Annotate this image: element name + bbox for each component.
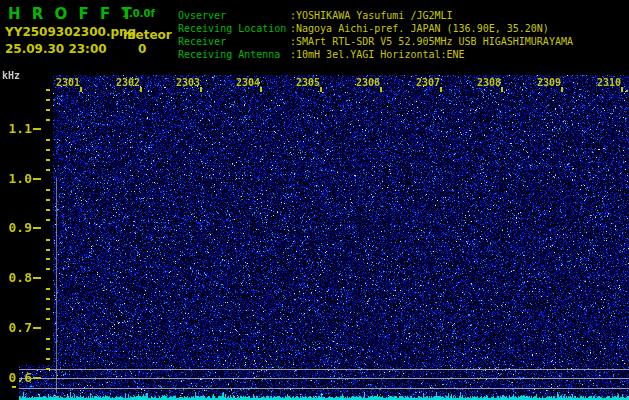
time-tick-label: 2310 bbox=[597, 78, 621, 88]
station-row-antenna: Receiving Antenna:10mH 3el.YAGI Horizont… bbox=[178, 48, 573, 61]
freq-tick-label: 0.7 bbox=[0, 322, 32, 334]
freq-minor-tick bbox=[46, 268, 50, 270]
time-tick-mark bbox=[440, 87, 442, 92]
freq-minor-tick bbox=[46, 318, 50, 320]
trailing-dot-mark bbox=[626, 90, 628, 92]
time-tick-label: 2302 bbox=[116, 78, 140, 88]
freq-major-tick bbox=[33, 178, 41, 180]
freq-minor-tick bbox=[46, 358, 50, 360]
freq-major-tick bbox=[33, 377, 41, 379]
mode-label: meteor bbox=[123, 28, 172, 42]
freq-minor-tick bbox=[46, 239, 50, 241]
freq-minor-tick bbox=[46, 109, 50, 111]
app-title: H R O F F T bbox=[8, 5, 133, 23]
freq-major-tick bbox=[33, 128, 41, 130]
time-tick-label: 2303 bbox=[176, 78, 200, 88]
freq-minor-tick bbox=[46, 209, 50, 211]
station-label: Receiving Location bbox=[178, 22, 290, 35]
freq-minor-tick bbox=[46, 338, 50, 340]
time-tick-label: 2304 bbox=[236, 78, 260, 88]
station-row-receiver: Receiver:SMArt RTL-SDR V5 52.905MHz USB … bbox=[178, 35, 573, 48]
freq-minor-tick bbox=[46, 199, 50, 201]
time-tick-mark bbox=[561, 87, 563, 92]
station-value: :10mH 3el.YAGI Horizontal:ENE bbox=[290, 49, 465, 60]
freq-minor-tick bbox=[46, 99, 50, 101]
time-tick-label: 2309 bbox=[537, 78, 561, 88]
station-value: :SMArt RTL-SDR V5 52.905MHz USB HIGASHIM… bbox=[290, 36, 573, 47]
freq-major-tick bbox=[33, 227, 41, 229]
freq-minor-tick bbox=[46, 89, 50, 91]
freq-minor-tick bbox=[46, 298, 50, 300]
freq-minor-tick bbox=[46, 149, 50, 151]
freq-major-tick bbox=[33, 277, 41, 279]
time-tick-mark bbox=[320, 87, 322, 92]
freq-minor-tick bbox=[46, 119, 50, 121]
time-tick-label: 2308 bbox=[477, 78, 501, 88]
station-row-observer: Ovserver:YOSHIKAWA Yasufumi /JG2MLI bbox=[178, 9, 573, 22]
freq-minor-tick bbox=[46, 169, 50, 171]
freq-minor-tick bbox=[46, 288, 50, 290]
freq-minor-tick bbox=[46, 249, 50, 251]
time-tick-mark bbox=[140, 87, 142, 92]
freq-tick-label: 1.1 bbox=[0, 123, 32, 135]
freq-minor-tick bbox=[46, 139, 50, 141]
freq-tick-label: 0.8 bbox=[0, 272, 32, 284]
station-info: Ovserver:YOSHIKAWA Yasufumi /JG2MLI Rece… bbox=[178, 9, 573, 61]
freq-minor-tick bbox=[46, 189, 50, 191]
time-tick-label: 2306 bbox=[356, 78, 380, 88]
freq-major-tick bbox=[33, 327, 41, 329]
station-value: :YOSHIKAWA Yasufumi /JG2MLI bbox=[290, 10, 453, 21]
output-filename: YY2509302300.png bbox=[5, 25, 136, 39]
time-tick-mark bbox=[80, 87, 82, 92]
freq-minor-tick bbox=[46, 348, 50, 350]
freq-tick-label: 0.6 bbox=[0, 372, 32, 384]
station-label: Receiving Antenna bbox=[178, 48, 290, 61]
time-tick-mark bbox=[260, 87, 262, 92]
freq-minor-tick bbox=[46, 308, 50, 310]
freq-tick-label: 1.0 bbox=[0, 173, 32, 185]
freq-minor-tick bbox=[46, 368, 50, 370]
station-label: Ovserver bbox=[178, 9, 290, 22]
observation-datetime: 25.09.30 23:00 bbox=[5, 42, 107, 56]
time-tick-label: 2307 bbox=[416, 78, 440, 88]
app-version: 1.0.0f bbox=[122, 8, 155, 19]
meteor-count: 0 bbox=[138, 42, 146, 56]
freq-tick-label: 0.9 bbox=[0, 222, 32, 234]
freq-minor-tick bbox=[46, 258, 50, 260]
level-strip-tick bbox=[12, 386, 16, 388]
time-tick-mark bbox=[621, 87, 623, 92]
time-tick-mark bbox=[380, 87, 382, 92]
freq-minor-tick bbox=[46, 219, 50, 221]
time-tick-mark bbox=[501, 87, 503, 92]
time-tick-label: 2301 bbox=[56, 78, 80, 88]
station-label: Receiver bbox=[178, 35, 290, 48]
hrofft-window: H R O F F T 1.0.0f YY2509302300.png mete… bbox=[0, 0, 629, 400]
station-row-location: Receiving Location:Nagoya Aichi-pref. JA… bbox=[178, 22, 573, 35]
time-tick-label: 2305 bbox=[296, 78, 320, 88]
spectrogram-canvas bbox=[19, 75, 629, 400]
freq-axis-unit: kHz bbox=[2, 70, 20, 81]
station-value: :Nagoya Aichi-pref. JAPAN (136.90E, 35.2… bbox=[290, 23, 549, 34]
time-tick-mark bbox=[200, 87, 202, 92]
freq-minor-tick bbox=[46, 159, 50, 161]
